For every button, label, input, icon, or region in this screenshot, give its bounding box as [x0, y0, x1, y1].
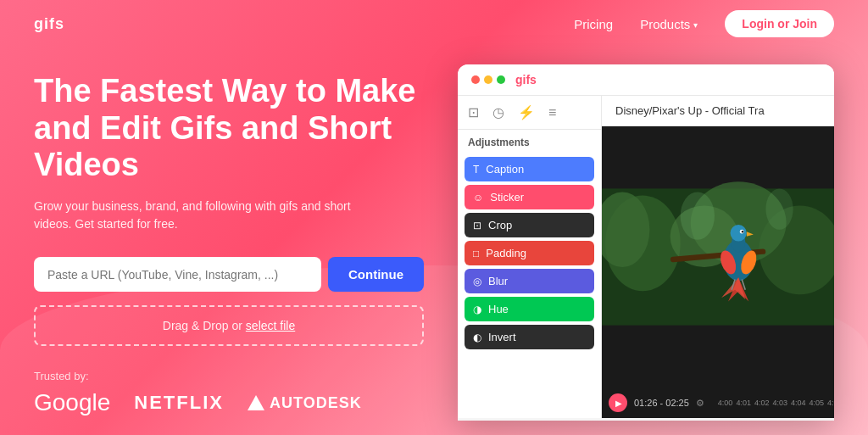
chevron-down-icon: ▾ [693, 20, 698, 30]
app-timeline: ▶ 01:26 - 02:25 ⚙ 4:00 4:01 4:02 4:03 4 [602, 388, 834, 418]
svg-point-12 [742, 231, 743, 232]
clock-toolbar-icon[interactable]: ◷ [492, 104, 504, 120]
adjustment-caption[interactable]: T Caption [465, 157, 594, 181]
app-toolbar: ⊡ ◷ ⚡ ≡ [458, 96, 601, 130]
svg-point-9 [731, 225, 747, 241]
url-input[interactable] [34, 257, 321, 292]
play-icon: ▶ [615, 399, 622, 408]
login-join-button[interactable]: Login or Join [725, 10, 834, 37]
nav-links: Pricing Products ▾ Login or Join [574, 10, 834, 37]
adjustment-sticker[interactable]: ☺ Sticker [465, 185, 594, 209]
hero-left: The Fastest Way to Make and Edit Gifs an… [34, 64, 424, 421]
trusted-label: Trusted by: [34, 370, 424, 382]
app-window: gifs ⊡ ◷ ⚡ ≡ Adjustments T Caption [458, 64, 834, 421]
hue-icon: ◑ [473, 304, 481, 315]
blur-icon: ◎ [473, 276, 481, 287]
maximize-dot [497, 75, 505, 84]
ruler-ticks: 4:00 4:01 4:02 4:03 4:04 4:05 4:06 [718, 399, 834, 407]
google-logo: Google [34, 389, 110, 416]
nav-products[interactable]: Products ▾ [640, 17, 698, 31]
autodesk-triangle-icon [248, 395, 264, 410]
video-preview [602, 126, 834, 388]
close-dot [471, 75, 480, 84]
nav-pricing[interactable]: Pricing [574, 17, 613, 31]
svg-point-19 [681, 192, 715, 239]
adjustment-hue[interactable]: ◑ Hue [465, 297, 594, 321]
app-sidebar: ⊡ ◷ ⚡ ≡ Adjustments T Caption ☺ Sticker … [458, 96, 602, 418]
url-input-row: Continue [34, 257, 424, 292]
play-button[interactable]: ▶ [609, 393, 627, 412]
invert-icon: ◐ [473, 332, 481, 343]
hero-subtitle: Grow your business, brand, and following… [34, 198, 356, 233]
video-title: Disney/Pixar's Up - Official Tra [602, 96, 834, 126]
app-content: Disney/Pixar's Up - Official Tra [602, 96, 834, 418]
crop-toolbar-icon[interactable]: ⊡ [468, 104, 479, 120]
app-logo: gifs [515, 73, 537, 86]
trusted-section: Trusted by: Google NETFLIX AUTODESK [34, 370, 424, 416]
select-file-link[interactable]: select file [246, 319, 295, 332]
nav-logo: gifs [34, 15, 64, 33]
svg-point-20 [765, 188, 793, 229]
adjustments-label: Adjustments [458, 130, 601, 153]
app-titlebar: gifs [458, 64, 834, 96]
navbar: gifs Pricing Products ▾ Login or Join [0, 0, 868, 47]
padding-icon: □ [473, 248, 479, 259]
sticker-icon: ☺ [473, 192, 483, 204]
caption-icon: T [473, 164, 479, 176]
trusted-logos: Google NETFLIX AUTODESK [34, 389, 424, 416]
minimize-dot [484, 75, 492, 84]
filter-toolbar-icon[interactable]: ⚡ [518, 104, 535, 120]
video-frame [602, 126, 834, 388]
adjustments-toolbar-icon[interactable]: ≡ [548, 105, 556, 120]
hero-section: The Fastest Way to Make and Edit Gifs an… [0, 47, 868, 421]
window-dots [471, 75, 505, 84]
adjustment-crop[interactable]: ⊡ Crop [465, 213, 594, 237]
adjustment-padding[interactable]: □ Padding [465, 241, 594, 265]
drag-drop-area[interactable]: Drag & Drop or select file [34, 305, 424, 346]
hero-title: The Fastest Way to Make and Edit Gifs an… [34, 73, 424, 184]
continue-button[interactable]: Continue [328, 257, 424, 292]
adjustment-blur[interactable]: ◎ Blur [465, 269, 594, 293]
adjustment-invert[interactable]: ◐ Invert [465, 325, 594, 349]
drag-drop-text: Drag & Drop or [163, 319, 246, 332]
app-body: ⊡ ◷ ⚡ ≡ Adjustments T Caption ☺ Sticker … [458, 96, 834, 418]
timeline-settings-icon[interactable]: ⚙ [696, 398, 704, 409]
autodesk-logo: AUTODESK [248, 394, 362, 412]
timeline-time: 01:26 - 02:25 [634, 398, 689, 408]
crop-icon: ⊡ [473, 220, 481, 231]
netflix-logo: NETFLIX [134, 392, 224, 414]
